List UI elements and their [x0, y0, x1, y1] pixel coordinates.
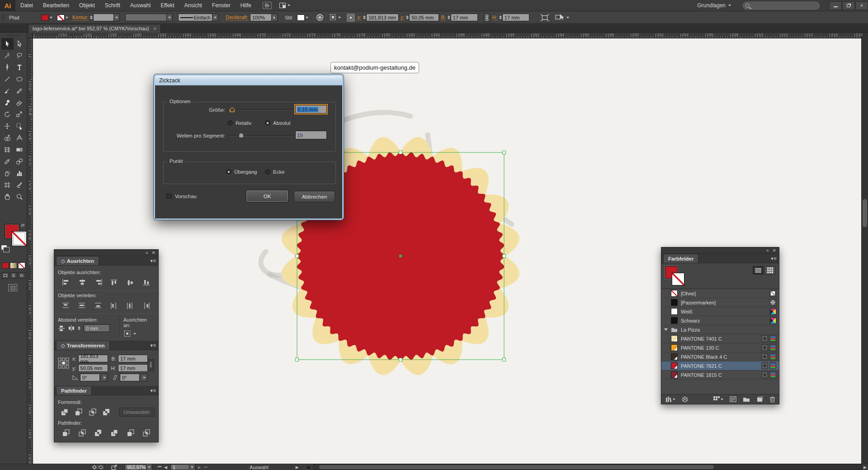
selection-handle[interactable] [296, 358, 299, 361]
tool-eraser-icon[interactable] [14, 97, 26, 109]
groesse-field[interactable]: 0,15 mm [295, 105, 327, 114]
swatch-row[interactable]: [Passermarken] [661, 298, 779, 307]
tool-eyedropper-icon[interactable] [1, 156, 14, 167]
pathfinder-crop-icon[interactable] [106, 427, 123, 438]
restore-icon[interactable] [842, 1, 855, 10]
zoom-level-field[interactable]: 952,97% [125, 464, 146, 470]
close-panel-icon[interactable]: ✕ [152, 250, 156, 255]
abstand-stepper[interactable] [78, 326, 80, 330]
horizontal-ruler[interactable]: 1541561581601621641661681701721741761781… [33, 33, 861, 38]
h-link[interactable]: H: [492, 14, 497, 20]
swatch-row[interactable]: PANTONE 1815 C [661, 370, 779, 380]
radio-relativ[interactable]: Relativ [227, 120, 251, 126]
close-panel-icon[interactable]: ✕ [773, 248, 776, 253]
last-artboard-icon[interactable]: ⏭ [204, 465, 208, 470]
vertical-scrollbar[interactable] [861, 33, 868, 464]
b-link[interactable]: B: [441, 14, 445, 20]
controlbar-grip[interactable] [1, 14, 5, 22]
tool-gradient-icon[interactable] [14, 144, 26, 156]
list-view-button[interactable] [753, 266, 764, 275]
tool-blend-icon[interactable] [14, 156, 26, 167]
minimize-icon[interactable] [829, 1, 842, 10]
ruler-origin-corner[interactable] [27, 33, 33, 38]
hscroll-left-arrow-icon[interactable]: ◀ [307, 465, 310, 470]
ok-button[interactable]: OK [246, 190, 288, 202]
search-input[interactable] [743, 2, 820, 9]
first-artboard-icon[interactable]: ⏮ [158, 465, 161, 470]
new-color-group-icon[interactable] [743, 396, 750, 402]
cancel-button[interactable]: Abbrechen [294, 191, 335, 202]
tool-direct-selection-icon[interactable] [14, 38, 26, 50]
align-to-icon[interactable] [123, 330, 132, 338]
expand-triangle-icon[interactable] [664, 328, 668, 331]
tool-scale-icon[interactable] [14, 109, 26, 120]
umwandeln-button[interactable]: Umwandeln [119, 408, 155, 417]
tool-paintbrush-icon[interactable] [1, 85, 14, 97]
selection-center-anchor[interactable] [399, 255, 402, 257]
menu-hilfe[interactable]: Hilfe [236, 0, 256, 11]
pathfinder-merge-icon[interactable] [90, 427, 106, 438]
tool-shape-builder-icon[interactable] [1, 132, 14, 144]
h-field[interactable]: 17 mm [502, 14, 529, 21]
tab-ausrichten[interactable]: ◇Ausrichten [56, 256, 99, 265]
swatch-row[interactable]: PANTONE 130 C [661, 343, 779, 352]
selection-handle[interactable] [503, 255, 506, 258]
fill-swatch[interactable] [41, 14, 52, 21]
tool-column-graph-icon[interactable] [14, 167, 26, 179]
color-themes-icon[interactable] [682, 396, 688, 403]
opacity-dropdown[interactable] [272, 14, 278, 21]
shear-dropdown[interactable] [142, 374, 147, 381]
panel-menu-icon[interactable]: ▼≡ [770, 256, 776, 261]
swatch-row[interactable]: [Ohne] [661, 289, 779, 298]
menu-effekt[interactable]: Effekt [156, 0, 179, 11]
panel-menu-icon[interactable]: ▼≡ [150, 342, 156, 348]
new-swatch-icon[interactable] [756, 396, 763, 402]
stroke-proxy[interactable] [12, 231, 27, 246]
stroke-style-dropdown[interactable] [212, 14, 218, 21]
vertical-scrollbar-thumb[interactable] [863, 199, 867, 227]
tool-artboard-icon[interactable] [1, 179, 14, 191]
align-top-icon[interactable] [106, 277, 123, 288]
grid-view-button[interactable] [764, 266, 775, 275]
horizontal-scrollbar-thumb[interactable] [319, 465, 713, 469]
selection-handle[interactable] [296, 255, 299, 258]
workspace-switcher[interactable]: Grundlagen [697, 2, 731, 9]
b-field[interactable]: 17 mm [451, 14, 478, 21]
menu-ansicht[interactable]: Ansicht [179, 0, 207, 11]
tool-selection-icon[interactable] [1, 38, 14, 50]
status-expand-icon[interactable]: ▶ [296, 465, 299, 470]
tool-rotate-icon[interactable] [1, 109, 14, 120]
show-swatch-kinds-icon[interactable] [713, 396, 723, 402]
select-similar-icon[interactable] [329, 14, 337, 21]
radio-absolut[interactable]: Absolut [265, 120, 290, 126]
swatch-row[interactable]: PANTONE 7401 C [661, 334, 779, 343]
wellen-slider-knob[interactable] [239, 133, 244, 138]
shape-mode-minus-front-icon[interactable] [72, 407, 86, 418]
transform-y-field[interactable]: 50,05 mm [78, 364, 108, 372]
bridge-button[interactable]: Br [263, 2, 272, 9]
dist-vcenter-icon[interactable] [74, 300, 90, 311]
tab-close-icon[interactable]: × [153, 26, 156, 31]
draw-normal-button[interactable] [2, 272, 9, 279]
tool-mesh-icon[interactable] [1, 144, 14, 156]
menu-datei[interactable]: Datei [15, 0, 38, 11]
tool-line-segment-icon[interactable] [1, 73, 14, 85]
tool-perspective-grid-icon[interactable] [14, 132, 26, 144]
transform-h-field[interactable]: 17 mm [118, 364, 148, 372]
vorschau-checkbox[interactable]: Vorschau [166, 194, 197, 199]
shape-mode-unite-icon[interactable] [58, 407, 72, 418]
shear-field[interactable]: 0° [120, 374, 140, 381]
tool-pencil-icon[interactable] [14, 85, 26, 97]
reference-point-grid-icon[interactable] [346, 13, 355, 22]
tool-width-icon[interactable] [1, 120, 14, 132]
stroke-style-select[interactable]: Einfach [178, 14, 212, 21]
transform-x-field[interactable]: 181,813 mm [78, 355, 108, 362]
x-field[interactable]: 181,813 mm [366, 14, 399, 21]
tool-magic-wand-icon[interactable] [1, 50, 14, 62]
align-vcenter-icon[interactable] [123, 277, 139, 288]
tab-pathfinder[interactable]: Pathfinder [56, 386, 92, 395]
rotate-field[interactable]: 0° [80, 374, 100, 381]
align-bottom-icon[interactable] [138, 277, 155, 288]
swatch-row[interactable]: PANTONE 7621 C [661, 361, 779, 370]
collapse-panels-icon[interactable]: « [766, 248, 769, 253]
